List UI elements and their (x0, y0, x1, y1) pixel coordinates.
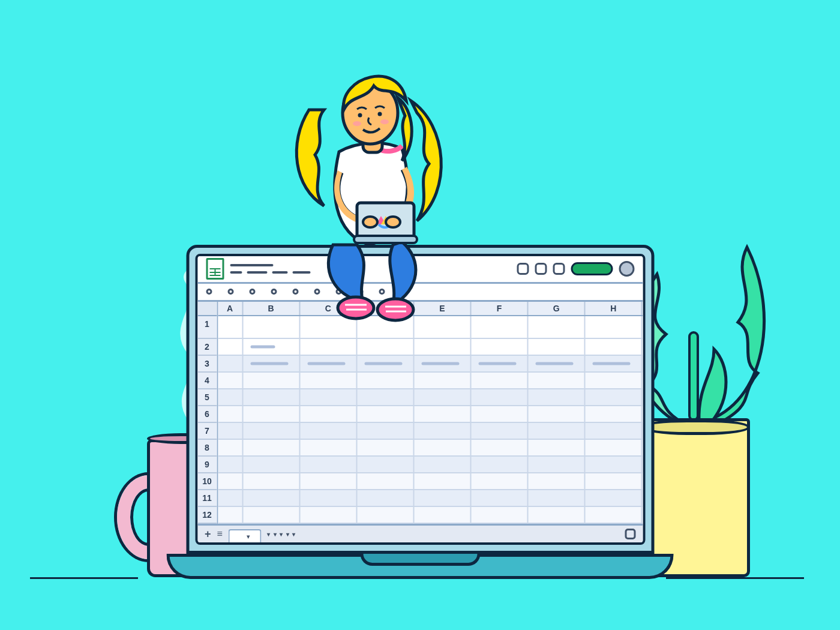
cell[interactable] (529, 507, 586, 523)
cell[interactable] (586, 316, 643, 338)
cell[interactable] (300, 473, 357, 489)
cell[interactable] (472, 423, 529, 439)
cell[interactable] (529, 316, 586, 338)
row-header[interactable]: 11 (197, 490, 217, 507)
cell[interactable] (529, 356, 586, 371)
toolbar-btn[interactable] (206, 289, 212, 295)
row-header[interactable]: 1 (197, 316, 217, 339)
cell[interactable] (218, 406, 243, 422)
grid-row[interactable] (218, 473, 643, 490)
cell[interactable] (529, 490, 586, 506)
grid-row[interactable] (218, 440, 643, 457)
cell[interactable] (586, 423, 643, 439)
cell[interactable] (529, 373, 586, 388)
account-avatar[interactable] (619, 261, 634, 277)
cell[interactable] (414, 507, 471, 523)
cell[interactable] (586, 473, 643, 489)
cell[interactable] (414, 440, 471, 455)
cell[interactable] (586, 440, 643, 455)
cell[interactable] (586, 406, 643, 422)
row-header[interactable]: 12 (197, 507, 217, 524)
cell[interactable] (357, 339, 414, 355)
cell[interactable] (472, 490, 529, 506)
cell[interactable] (218, 356, 243, 371)
toolbar-btn[interactable] (249, 289, 255, 295)
cell[interactable] (300, 406, 357, 422)
toolbar-btn[interactable] (227, 289, 233, 295)
cell[interactable] (243, 423, 300, 439)
cell[interactable] (529, 339, 586, 355)
cell[interactable] (243, 490, 300, 506)
cell[interactable] (300, 457, 357, 472)
explore-button[interactable] (625, 529, 635, 539)
grid-row[interactable] (218, 490, 643, 507)
tab-scroll[interactable]: ▾ ▾ ▾ ▾ ▾ (267, 528, 295, 540)
cell[interactable] (300, 440, 357, 455)
row-header[interactable]: 10 (197, 473, 217, 490)
cell[interactable] (472, 373, 529, 388)
cell[interactable] (472, 440, 529, 455)
cell[interactable] (300, 356, 357, 371)
cell[interactable] (218, 440, 243, 455)
cell[interactable] (300, 339, 357, 355)
cell[interactable] (243, 339, 300, 355)
row-header[interactable]: 5 (197, 389, 217, 406)
column-header[interactable]: G (529, 302, 586, 315)
grid-body[interactable] (218, 316, 643, 524)
cell[interactable] (243, 457, 300, 472)
cell[interactable] (300, 490, 357, 506)
cell[interactable] (586, 389, 643, 405)
cell[interactable] (472, 316, 529, 338)
cell[interactable] (357, 406, 414, 422)
cell[interactable] (357, 507, 414, 523)
cell[interactable] (300, 507, 357, 523)
sheet-tab[interactable]: ▾ (229, 529, 261, 542)
cell[interactable] (414, 356, 471, 371)
column-header[interactable]: F (472, 302, 529, 315)
cell[interactable] (357, 490, 414, 506)
cell[interactable] (218, 373, 243, 388)
cell[interactable] (243, 406, 300, 422)
cell[interactable] (529, 457, 586, 472)
cell[interactable] (300, 389, 357, 405)
select-all-cell[interactable] (197, 302, 217, 316)
cell[interactable] (243, 507, 300, 523)
grid-row[interactable] (218, 457, 643, 473)
cell[interactable] (586, 356, 643, 371)
all-sheets-button[interactable]: ≡ (217, 528, 223, 540)
add-sheet-button[interactable]: + (205, 528, 211, 540)
cell[interactable] (218, 457, 243, 472)
titlebar-action-1[interactable] (517, 263, 529, 275)
titlebar-action-2[interactable] (535, 263, 547, 275)
cell[interactable] (218, 507, 243, 523)
cell[interactable] (357, 389, 414, 405)
cell[interactable] (243, 473, 300, 489)
cell[interactable] (586, 373, 643, 388)
row-header[interactable]: 4 (197, 373, 217, 389)
cell[interactable] (357, 473, 414, 489)
row-header[interactable]: 2 (197, 339, 217, 356)
cell[interactable] (218, 339, 243, 355)
share-button[interactable] (571, 262, 613, 275)
cell[interactable] (529, 406, 586, 422)
cell[interactable] (586, 457, 643, 472)
titlebar-action-3[interactable] (553, 263, 565, 275)
cell[interactable] (529, 473, 586, 489)
grid-row[interactable] (218, 507, 643, 524)
cell[interactable] (414, 389, 471, 405)
grid-row[interactable] (218, 389, 643, 406)
cell[interactable] (472, 339, 529, 355)
cell[interactable] (243, 356, 300, 371)
cell[interactable] (218, 316, 243, 338)
cell[interactable] (243, 440, 300, 455)
cell[interactable] (357, 356, 414, 371)
grid-row[interactable] (218, 406, 643, 423)
cell[interactable] (218, 473, 243, 489)
cell[interactable] (414, 490, 471, 506)
row-header[interactable]: 3 (197, 356, 217, 373)
cell[interactable] (414, 373, 471, 388)
row-header[interactable]: 9 (197, 457, 217, 473)
cell[interactable] (472, 473, 529, 489)
cell[interactable] (472, 507, 529, 523)
cell[interactable] (218, 389, 243, 405)
